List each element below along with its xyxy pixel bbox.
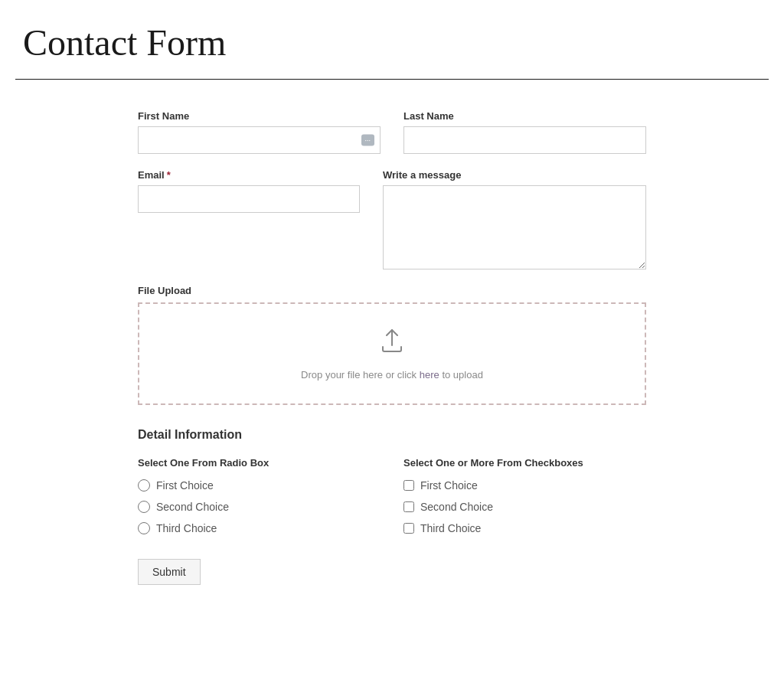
email-field[interactable] [138, 185, 360, 213]
detail-section: Detail Information Select One From Radio… [138, 428, 646, 585]
radio-label-1: First Choice [156, 479, 214, 492]
radio-choice-1[interactable]: First Choice [138, 479, 381, 492]
first-name-field[interactable] [138, 126, 381, 154]
detail-title: Detail Information [138, 428, 646, 442]
upload-text: Drop your file here or click here to upl… [301, 369, 483, 381]
checkbox-group-label: Select One or More From Checkboxes [403, 457, 646, 469]
radio-label-2: Second Choice [156, 501, 229, 513]
message-label: Write a message [383, 169, 646, 181]
first-name-label: First Name [138, 110, 381, 122]
message-field[interactable] [383, 185, 646, 269]
email-group: Email* [138, 169, 360, 269]
checkbox-label-1: First Choice [420, 479, 478, 492]
checkbox-group: Select One or More From Checkboxes First… [403, 457, 646, 544]
message-group: Write a message [383, 169, 646, 269]
last-name-field[interactable] [403, 126, 646, 154]
radio-group: Select One From Radio Box First Choice S… [138, 457, 381, 544]
checkbox-input-3[interactable] [403, 523, 414, 534]
email-label: Email* [138, 169, 360, 181]
checkbox-label-3: Third Choice [420, 522, 481, 534]
checkbox-input-2[interactable] [403, 501, 414, 512]
checkbox-choice-3[interactable]: Third Choice [403, 522, 646, 534]
upload-link[interactable]: here [420, 369, 439, 381]
first-name-input-wrapper: ··· [138, 126, 381, 154]
radio-choice-3[interactable]: Third Choice [138, 522, 381, 534]
checkbox-choice-2[interactable]: Second Choice [403, 501, 646, 513]
upload-icon [378, 327, 406, 360]
file-upload-area[interactable]: Drop your file here or click here to upl… [138, 302, 646, 405]
first-name-group: First Name ··· [138, 110, 381, 154]
input-options-icon[interactable]: ··· [361, 135, 375, 146]
radio-input-2[interactable] [138, 501, 150, 513]
radio-input-1[interactable] [138, 479, 150, 492]
radio-group-label: Select One From Radio Box [138, 457, 381, 469]
checkbox-input-1[interactable] [403, 480, 414, 491]
file-upload-label: File Upload [138, 285, 646, 296]
radio-input-3[interactable] [138, 522, 150, 534]
radio-choice-2[interactable]: Second Choice [138, 501, 381, 513]
submit-button[interactable]: Submit [138, 559, 201, 585]
file-upload-section: File Upload Drop your file here or click… [138, 285, 646, 405]
checkbox-choice-1[interactable]: First Choice [403, 479, 646, 492]
name-row: First Name ··· Last Name [138, 110, 646, 154]
required-star: * [167, 169, 171, 181]
last-name-group: Last Name [403, 110, 646, 154]
page-title: Contact Form [0, 0, 784, 79]
last-name-label: Last Name [403, 110, 646, 122]
radio-label-3: Third Choice [156, 522, 217, 534]
choices-row: Select One From Radio Box First Choice S… [138, 457, 646, 544]
email-message-row: Email* Write a message [138, 169, 646, 269]
form-container: First Name ··· Last Name Email* Write a … [0, 80, 784, 616]
checkbox-label-2: Second Choice [420, 501, 493, 513]
